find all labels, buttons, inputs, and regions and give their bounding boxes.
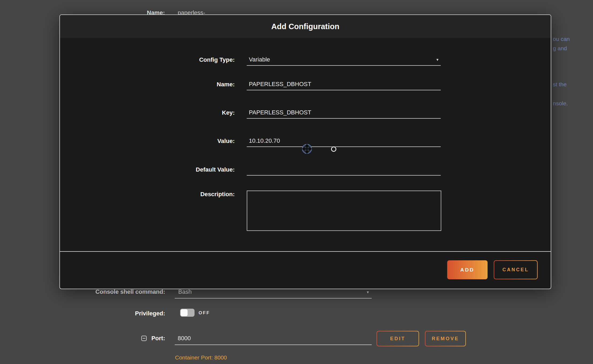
help-text-fragment: nsole. [553, 100, 568, 107]
port-label: Port: [80, 335, 165, 342]
dialog-title: Add Configuration [271, 22, 340, 31]
config-type-select[interactable]: Variable ▼ [247, 55, 441, 66]
default-value-field-label: Default Value: [60, 164, 235, 175]
description-textarea[interactable] [247, 191, 441, 231]
port-value-field[interactable]: 8000 [178, 335, 191, 342]
name-field-label: Name: [60, 79, 235, 90]
description-field-label: Description: [60, 189, 235, 200]
key-field-row: Key: PAPERLESS_DBHOST [60, 107, 551, 119]
name-field-row: Name: PAPERLESS_DBHOST [60, 79, 551, 91]
help-text-fragment: g and [553, 45, 567, 52]
key-input[interactable]: PAPERLESS_DBHOST [247, 107, 441, 119]
default-value-input[interactable] [247, 164, 441, 176]
edit-button[interactable]: EDIT [377, 331, 419, 346]
remove-button[interactable]: REMOVE [425, 331, 466, 346]
edit-button-label: EDIT [377, 331, 419, 346]
config-type-value: Variable [249, 56, 270, 63]
container-port-text: Container Port: 8000 [175, 354, 227, 361]
key-field-label: Key: [60, 107, 235, 118]
default-value-field-row: Default Value: [60, 164, 551, 176]
value-field-row: Value: 10.10.20.70 [60, 136, 551, 148]
cancel-button-label: CANCEL [494, 261, 537, 279]
config-type-label: Config Type: [60, 55, 235, 65]
privileged-label: Privileged: [80, 310, 165, 317]
privileged-toggle[interactable] [180, 309, 195, 317]
dialog-header: Add Configuration [60, 15, 551, 38]
toggle-knob [181, 309, 188, 316]
console-shell-command-label: Console shell command: [80, 288, 165, 296]
privileged-state-label: OFF [199, 310, 210, 316]
cancel-button[interactable]: CANCEL [494, 260, 538, 279]
chevron-down-icon: ▼ [366, 289, 370, 296]
help-text-fragment: st the [553, 81, 567, 88]
port-field-underline [175, 344, 372, 345]
add-button[interactable]: ADD [447, 260, 488, 279]
console-select-underline [175, 298, 372, 299]
console-shell-command-select[interactable]: Bash [178, 288, 192, 296]
help-text-fragment: ou can [553, 36, 570, 42]
chevron-down-icon: ▼ [436, 57, 439, 63]
add-configuration-dialog: Add Configuration Config Type: Variable … [59, 14, 551, 289]
footer-divider [60, 251, 551, 252]
value-input[interactable]: 10.10.20.70 [247, 136, 441, 147]
remove-button-label: REMOVE [425, 331, 465, 346]
name-input[interactable]: PAPERLESS_DBHOST [247, 79, 441, 90]
config-type-row: Config Type: Variable ▼ [60, 55, 551, 66]
value-field-label: Value: [60, 136, 235, 146]
